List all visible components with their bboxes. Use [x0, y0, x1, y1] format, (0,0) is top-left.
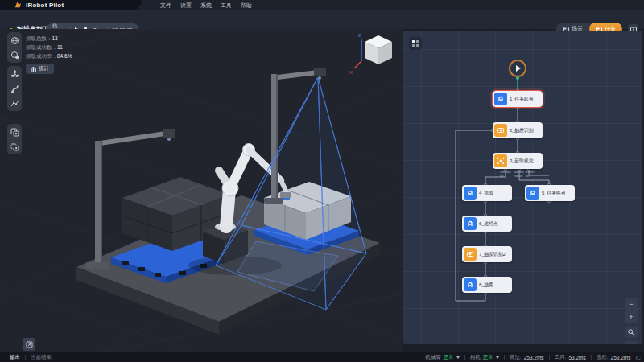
flow-grid-toggle[interactable]	[409, 37, 422, 50]
chevron-down-icon	[456, 356, 460, 359]
sidebar-group-robot	[7, 66, 22, 111]
menubar: iRobot Pilot 文件 设置 系统 工具 帮助	[0, 0, 644, 10]
zoom-out-button[interactable]: −	[629, 300, 633, 308]
port-label-get-result: GetResult	[500, 171, 511, 178]
stat-success: 抓取成功数：11	[26, 43, 72, 51]
robot-status-dropdown[interactable]: 机械臂 正常	[425, 354, 460, 361]
gripper-node-icon	[494, 93, 507, 105]
divider	[549, 355, 550, 360]
statusbar: 输出 当前结果 机械臂 正常 相机 正常 算法: 253.2ms	[0, 352, 644, 362]
sidebar-group-scene	[7, 32, 22, 63]
zoom-in-button[interactable]: +	[629, 313, 633, 321]
camera-node-icon	[494, 124, 507, 137]
flow-node-get-vision[interactable]: 3_获取视觉	[493, 153, 543, 169]
gripper-node-icon	[526, 187, 539, 200]
expand-icon	[26, 341, 33, 348]
grid-icon	[412, 40, 419, 47]
divider	[464, 355, 465, 360]
world-icon[interactable]	[9, 35, 20, 46]
nav-cube[interactable]: Z X	[349, 33, 392, 75]
tab-current-result[interactable]: 当前结果	[31, 354, 52, 361]
camera-node-icon	[464, 248, 477, 261]
statusbar-metrics: 机械臂 正常 相机 正常 算法: 253.2ms 工具: 53.2ms	[425, 352, 641, 362]
flow-node-trigger-recognition[interactable]: 2_触发识别	[493, 122, 543, 138]
flow-node-task-start[interactable]: 1_任务起点	[493, 91, 543, 107]
scene-3d: Z X	[0, 29, 402, 352]
divider	[591, 355, 592, 360]
statusbar-tabs: 输出 当前结果	[10, 352, 52, 362]
flow-node-grab[interactable]: 4_抓取	[462, 185, 512, 201]
fit-actual-size-button[interactable]: 1:1	[625, 341, 638, 344]
vision-node-icon	[494, 154, 507, 167]
menu-bar: 文件 设置 系统 工具 帮助	[158, 0, 254, 10]
port-label-not-get-result: NotGetResult	[514, 171, 525, 178]
world-settings-icon[interactable]	[9, 49, 20, 60]
flow-node-waypoint[interactable]: 6_途经点	[462, 216, 512, 232]
app-window: iRobot Pilot 文件 设置 系统 工具 帮助 拆垛典型工程 仿真 x2…	[0, 0, 644, 362]
axis-z-label: Z	[358, 33, 361, 38]
port-label-error: ErrorPort	[526, 171, 535, 178]
sidebar-group-capture	[7, 124, 22, 154]
tool-time: 工具: 53.2ms	[555, 354, 586, 361]
menu-file[interactable]: 文件	[158, 2, 174, 10]
stats-overlay: 抓取总数：13 抓取成功数：11 抓取成功率：84.6% 统计	[26, 34, 72, 75]
flow-node-task-end[interactable]: 5_任务终点	[525, 185, 575, 201]
play-icon	[516, 65, 521, 72]
bar-chart-icon	[31, 66, 36, 72]
menu-settings[interactable]: 设置	[178, 2, 194, 10]
restore-panel-button[interactable]	[23, 338, 35, 351]
menu-tools[interactable]: 工具	[218, 2, 234, 10]
flow-start-node[interactable]	[509, 60, 526, 77]
logo-text: iRobot Pilot	[26, 2, 64, 9]
chevron-down-icon	[496, 356, 499, 359]
snapshot-icon[interactable]	[9, 126, 20, 138]
axis-x-label: X	[349, 70, 353, 75]
logo: iRobot Pilot	[0, 0, 142, 10]
menu-help[interactable]: 帮助	[238, 2, 254, 10]
stat-rate: 抓取成功率：84.6%	[26, 51, 72, 60]
statistics-button[interactable]: 统计	[26, 64, 54, 74]
divider	[504, 355, 505, 360]
gripper-icon[interactable]	[9, 68, 20, 80]
robot-icon[interactable]	[9, 83, 20, 94]
logo-icon	[14, 2, 22, 9]
algo-time: 算法: 253.2ms	[510, 354, 544, 361]
camera-status-dropdown[interactable]: 相机 正常	[470, 354, 499, 361]
tab-output[interactable]: 输出	[10, 354, 20, 361]
viewport-3d[interactable]: Z X 抓取总数：13 抓取成功数：11 抓取成功率：84.6% 统计	[0, 29, 402, 352]
gripper-node-icon	[464, 187, 477, 200]
toolbar: 拆垛典型工程 仿真 x2 00:00:00 场景 任务	[0, 10, 644, 29]
stat-total: 抓取总数：13	[26, 34, 72, 43]
flow-node-trigger-recognition-2[interactable]: 7_触发识别2	[462, 246, 512, 262]
task-flow-panel[interactable]: 1_任务起点 2_触发识别 3_获取视觉 4_抓取 5_任务终点 6_途经点 7…	[402, 31, 642, 344]
menu-system[interactable]: 系统	[198, 2, 214, 10]
magnifier-icon	[628, 329, 634, 335]
divider	[25, 355, 26, 360]
camera-frustum	[216, 77, 366, 310]
flow-connectors	[402, 31, 642, 344]
snapshot-add-icon[interactable]	[9, 141, 20, 152]
trajectory-icon[interactable]	[9, 97, 20, 109]
corner-logo: IC	[636, 355, 642, 360]
camera-right	[314, 68, 326, 76]
flow-time: 流程: 253.2ms	[597, 354, 631, 361]
gripper-node-icon	[464, 217, 477, 230]
search-zoom-button[interactable]	[625, 327, 638, 338]
zoom-controls: − +	[625, 298, 638, 323]
camera-left	[163, 129, 175, 138]
flow-node-place[interactable]: 8_放置	[462, 277, 512, 293]
gripper-node-icon	[464, 278, 477, 291]
